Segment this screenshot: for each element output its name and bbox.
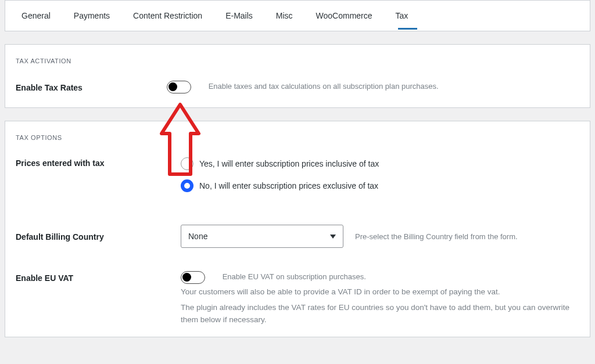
tab-label: WooCommerce xyxy=(316,11,372,20)
tab-emails[interactable]: E-Mails xyxy=(214,1,264,31)
label-enable-tax-rates: Enable Tax Rates xyxy=(16,82,167,92)
tab-label: Misc xyxy=(276,11,293,20)
radio-label-inclusive: Yes, I will enter subscription prices in… xyxy=(199,159,379,168)
select-value: None xyxy=(188,232,207,241)
chevron-down-icon xyxy=(330,235,336,239)
card-tax-activation: TAX ACTIVATION Enable Tax Rates Enable t… xyxy=(5,44,590,108)
tab-label: Content Restriction xyxy=(133,11,202,20)
label-default-billing-country: Default Billing Country xyxy=(16,231,167,242)
tab-label: Tax xyxy=(396,11,408,20)
select-default-billing-country[interactable]: None xyxy=(181,225,343,248)
tab-general[interactable]: General xyxy=(10,1,62,31)
tab-payments[interactable]: Payments xyxy=(62,1,121,31)
desc-enable-eu-vat: Enable EU VAT on subscription purchases. xyxy=(223,272,366,281)
card-tax-options: TAX OPTIONS Prices entered with tax Yes,… xyxy=(5,121,590,337)
tab-label: E-Mails xyxy=(225,11,253,20)
desc-billing-country: Pre-select the Billing Country field fro… xyxy=(355,232,518,241)
tab-misc[interactable]: Misc xyxy=(264,1,304,31)
label-prices-with-tax: Prices entered with tax xyxy=(16,157,167,168)
tab-tax[interactable]: Tax xyxy=(384,1,420,31)
radio-prices-inclusive[interactable] xyxy=(181,157,193,170)
section-title: TAX OPTIONS xyxy=(16,134,579,141)
tab-label: Payments xyxy=(74,11,110,20)
radio-prices-exclusive[interactable] xyxy=(181,179,193,192)
toggle-enable-tax-rates[interactable] xyxy=(167,81,191,93)
tab-label: General xyxy=(21,11,51,20)
tab-content-restriction[interactable]: Content Restriction xyxy=(121,1,214,31)
label-enable-eu-vat: Enable EU VAT xyxy=(16,272,167,283)
eu-vat-notes: Your customers will also be able to prov… xyxy=(16,286,579,326)
radio-label-exclusive: No, I will enter subscription prices exc… xyxy=(199,181,378,190)
note-vat-rates: The plugin already includes the VAT rate… xyxy=(181,302,579,326)
toggle-enable-eu-vat[interactable] xyxy=(181,271,205,284)
note-vat-id: Your customers will also be able to prov… xyxy=(181,286,579,298)
tabs-bar: General Payments Content Restriction E-M… xyxy=(5,0,590,31)
tab-woocommerce[interactable]: WooCommerce xyxy=(304,1,384,31)
desc-enable-tax-rates: Enable taxes and tax calculations on all… xyxy=(209,82,439,91)
section-title: TAX ACTIVATION xyxy=(16,57,579,64)
